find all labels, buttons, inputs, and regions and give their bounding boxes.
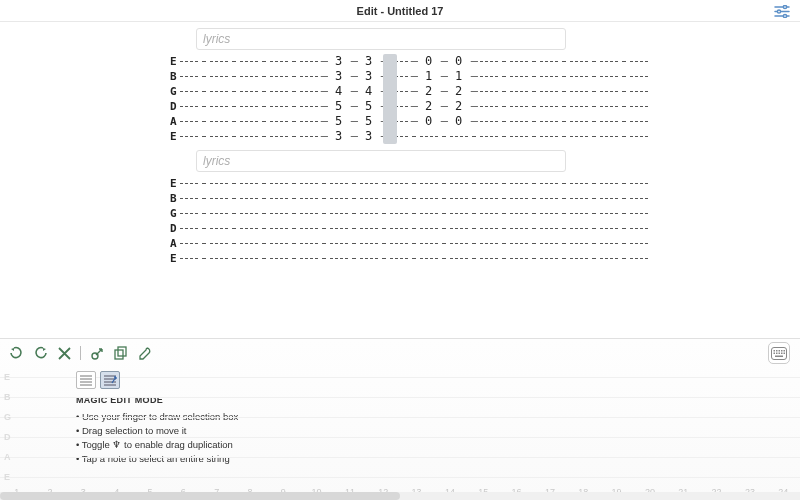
tab-cell[interactable] bbox=[537, 251, 561, 266]
tab-cell[interactable]: 3 bbox=[357, 69, 381, 84]
tab-cell[interactable] bbox=[207, 69, 231, 84]
tab-cell[interactable] bbox=[177, 221, 201, 236]
tab-cell[interactable] bbox=[237, 221, 261, 236]
tab-cell[interactable] bbox=[537, 191, 561, 206]
tab-cell[interactable] bbox=[477, 221, 501, 236]
string-row[interactable]: D—5—5——2—2— bbox=[170, 99, 630, 114]
tab-cell[interactable] bbox=[177, 69, 201, 84]
tab-cell[interactable] bbox=[477, 99, 501, 114]
tab-cell[interactable] bbox=[237, 54, 261, 69]
tab-cell[interactable] bbox=[207, 129, 231, 144]
tab-cell[interactable] bbox=[357, 236, 381, 251]
tab-cell[interactable]: 0 bbox=[447, 114, 471, 129]
tab-cell[interactable] bbox=[327, 191, 351, 206]
tab-cell[interactable] bbox=[267, 129, 291, 144]
tab-cell[interactable] bbox=[267, 99, 291, 114]
tab-cell[interactable] bbox=[597, 206, 621, 221]
tab-cell[interactable] bbox=[627, 221, 651, 236]
close-icon[interactable] bbox=[56, 345, 72, 361]
tab-cell[interactable] bbox=[177, 236, 201, 251]
tab-cell[interactable] bbox=[357, 251, 381, 266]
tab-cell[interactable] bbox=[567, 251, 591, 266]
tab-cell[interactable] bbox=[567, 99, 591, 114]
tab-cell[interactable]: 5 bbox=[327, 99, 351, 114]
tab-cell[interactable] bbox=[537, 114, 561, 129]
string-row[interactable]: B bbox=[170, 191, 630, 206]
tab-cell[interactable] bbox=[507, 206, 531, 221]
tab-cell[interactable] bbox=[267, 69, 291, 84]
tab-cell[interactable] bbox=[297, 176, 321, 191]
tab-cell[interactable] bbox=[237, 236, 261, 251]
tab-cell[interactable] bbox=[537, 221, 561, 236]
tab-cell[interactable] bbox=[447, 176, 471, 191]
tab-cell[interactable] bbox=[447, 191, 471, 206]
tab-cell[interactable] bbox=[237, 69, 261, 84]
string-row[interactable]: E—3—3——0—0— bbox=[170, 54, 630, 69]
tab-cell[interactable] bbox=[447, 221, 471, 236]
string-row[interactable]: E—3—3— bbox=[170, 129, 630, 144]
tab-cell[interactable]: 2 bbox=[417, 99, 441, 114]
tab-cell[interactable] bbox=[417, 236, 441, 251]
tab-cell[interactable] bbox=[297, 221, 321, 236]
string-row[interactable]: E bbox=[170, 176, 630, 191]
tab-cell[interactable] bbox=[537, 99, 561, 114]
tab-cell[interactable]: 2 bbox=[447, 99, 471, 114]
tab-cell[interactable] bbox=[627, 251, 651, 266]
tab-cell[interactable] bbox=[507, 236, 531, 251]
tab-cell[interactable] bbox=[597, 176, 621, 191]
tab-grid[interactable]: E—3—3——0—0—B—3—3——1—1—G—4—4——2—2—D—5—5——… bbox=[170, 54, 630, 144]
tab-cell[interactable] bbox=[207, 191, 231, 206]
tab-cell[interactable] bbox=[267, 114, 291, 129]
lyrics-input[interactable] bbox=[196, 28, 566, 50]
string-row[interactable]: E bbox=[170, 251, 630, 266]
tab-cell[interactable] bbox=[297, 99, 321, 114]
tab-cell[interactable] bbox=[477, 236, 501, 251]
tab-cell[interactable] bbox=[417, 191, 441, 206]
tab-cell[interactable] bbox=[417, 251, 441, 266]
tab-cell[interactable] bbox=[267, 84, 291, 99]
tab-cell[interactable] bbox=[387, 176, 411, 191]
tab-cell[interactable] bbox=[417, 176, 441, 191]
tab-cell[interactable] bbox=[267, 221, 291, 236]
tab-cell[interactable] bbox=[567, 69, 591, 84]
tab-cell[interactable] bbox=[477, 206, 501, 221]
tab-cell[interactable] bbox=[237, 99, 261, 114]
tab-cell[interactable] bbox=[627, 191, 651, 206]
tab-cell[interactable] bbox=[627, 176, 651, 191]
tab-cell[interactable] bbox=[207, 251, 231, 266]
tab-cell[interactable] bbox=[207, 84, 231, 99]
tab-cell[interactable] bbox=[447, 206, 471, 221]
tab-cell[interactable] bbox=[537, 84, 561, 99]
tab-cell[interactable] bbox=[567, 221, 591, 236]
tab-cell[interactable]: 0 bbox=[417, 54, 441, 69]
tab-cell[interactable]: 0 bbox=[417, 114, 441, 129]
tab-cell[interactable] bbox=[207, 221, 231, 236]
tab-cell[interactable]: 0 bbox=[447, 54, 471, 69]
tab-grid[interactable]: EBGDAE bbox=[170, 176, 630, 266]
tab-cell[interactable] bbox=[267, 206, 291, 221]
tab-cell[interactable] bbox=[507, 251, 531, 266]
tab-cell[interactable]: 4 bbox=[357, 84, 381, 99]
string-row[interactable]: G bbox=[170, 206, 630, 221]
string-row[interactable]: A—5—5——0—0— bbox=[170, 114, 630, 129]
tab-cell[interactable] bbox=[447, 129, 471, 144]
tab-cell[interactable] bbox=[567, 84, 591, 99]
tab-cell[interactable] bbox=[207, 206, 231, 221]
tab-cell[interactable] bbox=[507, 69, 531, 84]
tab-cell[interactable] bbox=[597, 251, 621, 266]
tab-cell[interactable]: 5 bbox=[357, 114, 381, 129]
tab-cell[interactable] bbox=[357, 191, 381, 206]
tab-cell[interactable]: 3 bbox=[327, 69, 351, 84]
tab-cell[interactable] bbox=[567, 114, 591, 129]
tab-cell[interactable] bbox=[597, 54, 621, 69]
tab-cell[interactable] bbox=[477, 176, 501, 191]
tab-cell[interactable] bbox=[597, 114, 621, 129]
tab-cell[interactable] bbox=[627, 114, 651, 129]
tab-cell[interactable] bbox=[507, 114, 531, 129]
tab-cell[interactable] bbox=[597, 84, 621, 99]
tab-cell[interactable] bbox=[567, 129, 591, 144]
tab-cell[interactable] bbox=[567, 191, 591, 206]
tab-cell[interactable]: 3 bbox=[327, 54, 351, 69]
tab-cell[interactable] bbox=[627, 236, 651, 251]
tab-cell[interactable] bbox=[567, 206, 591, 221]
